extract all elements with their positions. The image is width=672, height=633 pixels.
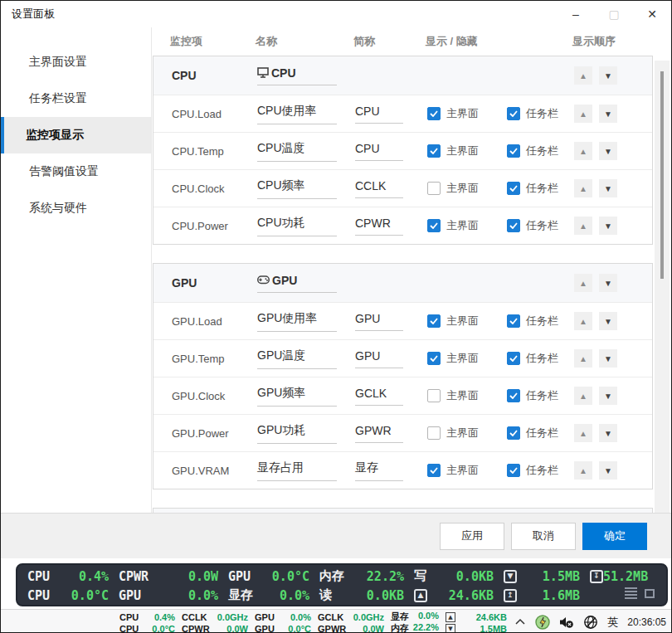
move-up-button[interactable]: ▲: [574, 349, 592, 368]
group-name-input[interactable]: GPU: [257, 274, 337, 293]
network-globe-disconnected-icon[interactable]: [583, 615, 598, 630]
close-button[interactable]: ✕: [633, 1, 671, 27]
abbr-input[interactable]: CPU: [355, 142, 403, 161]
abbr-input[interactable]: CPWR: [355, 217, 403, 236]
ime-indicator[interactable]: 英: [607, 615, 618, 630]
move-up-button[interactable]: ▲: [574, 424, 592, 442]
move-up-button[interactable]: ▲: [574, 387, 592, 405]
download-boxed-icon: ↧: [590, 570, 603, 583]
monitor-bar-row-2: CPU0.0°C GPU0.0% 显存0.0% 读0.0KB ▲24.6KB ↥…: [27, 586, 658, 605]
gpu-section: GPU GPU ▲ ▼ GPU.Load GPU使用率 GPU 主界面 任务栏 …: [153, 263, 653, 489]
move-down-button[interactable]: ▼: [599, 66, 617, 85]
window-controls: – ▢ ✕: [557, 1, 671, 27]
sidebar-item-main-ui[interactable]: 主界面设置: [1, 44, 151, 80]
main-ui-checkbox[interactable]: [427, 144, 441, 158]
main-ui-checkbox[interactable]: [427, 389, 441, 402]
main-ui-checkbox[interactable]: [427, 107, 441, 120]
main-ui-checkbox[interactable]: [427, 182, 441, 195]
header-name: 名称: [256, 34, 353, 49]
table-row-cpu-load: CPU.Load CPU使用率 CPU 主界面 任务栏 ▲▼: [153, 95, 652, 132]
abbr-input[interactable]: GPU: [355, 312, 403, 331]
down-arrow-boxed-icon: ▼: [504, 570, 517, 583]
name-input[interactable]: 显存占用: [257, 460, 337, 481]
sidebar-item-monitor-items[interactable]: 监控项显示: [1, 117, 151, 153]
scrollbar-thumb[interactable]: [660, 71, 664, 279]
clock[interactable]: 20:36:05: [627, 616, 666, 628]
move-up-button[interactable]: ▲: [574, 217, 592, 235]
group-name-input[interactable]: CPU: [257, 66, 337, 85]
abbr-input[interactable]: GPWR: [355, 424, 403, 443]
abbr-input[interactable]: 显存: [355, 460, 403, 481]
scrollbar[interactable]: [655, 61, 670, 513]
floating-monitor-bar[interactable]: CPU0.4% CPWR0.0W GPU0.0°C 内存22.2% 写0.0KB…: [16, 563, 668, 606]
name-input[interactable]: CPU温度: [257, 141, 337, 162]
table-row-gpu-power: GPU.Power GPU功耗 GPWR 主界面 任务栏 ▲▼: [153, 414, 652, 451]
monitor-bar-row-1: CPU0.4% CPWR0.0W GPU0.0°C 内存22.2% 写0.0KB…: [27, 567, 658, 586]
move-up-button[interactable]: ▲: [574, 312, 592, 330]
screen: 设置面板 – ▢ ✕ 主界面设置 任务栏设置 监控项显示 告警阈值设置 系统与硬…: [0, 0, 672, 633]
move-down-button[interactable]: ▼: [599, 142, 617, 160]
name-input[interactable]: GPU使用率: [257, 311, 337, 332]
sidebar-item-taskbar[interactable]: 任务栏设置: [1, 80, 151, 117]
chevron-up-icon[interactable]: [514, 618, 526, 626]
main-ui-checkbox[interactable]: [427, 426, 441, 440]
group-id: CPU: [153, 69, 257, 82]
header-show-hide: 显示 / 隐藏: [426, 34, 572, 49]
layout-icon[interactable]: [645, 589, 655, 598]
name-input[interactable]: GPU功耗: [257, 423, 337, 444]
move-up-button[interactable]: ▲: [574, 66, 592, 85]
dialog-body: 主界面设置 任务栏设置 监控项显示 告警阈值设置 系统与硬件 监控项 名称 简称…: [1, 27, 671, 513]
volume-muted-icon[interactable]: [559, 616, 574, 629]
taskbar-checkbox[interactable]: [507, 144, 520, 158]
name-input[interactable]: CPU使用率: [257, 104, 337, 124]
taskbar-checkbox[interactable]: [507, 464, 520, 477]
menu-icon[interactable]: [625, 587, 637, 599]
main-ui-checkbox[interactable]: [427, 352, 441, 365]
sidebar-item-system-hardware[interactable]: 系统与硬件: [1, 190, 151, 226]
abbr-input[interactable]: CPU: [355, 105, 403, 124]
main-ui-checkbox[interactable]: [427, 464, 441, 477]
name-input[interactable]: CPU频率: [257, 178, 337, 199]
name-input[interactable]: GPU频率: [257, 386, 337, 407]
name-input[interactable]: GPU温度: [257, 348, 337, 369]
move-up-button[interactable]: ▲: [574, 105, 592, 123]
main-ui-checkbox[interactable]: [427, 219, 441, 232]
move-down-button[interactable]: ▼: [599, 387, 617, 405]
move-down-button[interactable]: ▼: [599, 105, 617, 123]
minimize-button[interactable]: –: [557, 1, 595, 27]
taskbar-checkbox[interactable]: [507, 389, 520, 402]
table-row-cpu-temp: CPU.Temp CPU温度 CPU 主界面 任务栏 ▲▼: [153, 132, 652, 169]
ok-button[interactable]: 确定: [582, 523, 647, 550]
move-up-button[interactable]: ▲: [574, 274, 592, 292]
monitor-app-tray-icon[interactable]: [535, 615, 550, 630]
order-arrows: ▲ ▼: [574, 66, 652, 85]
move-down-button[interactable]: ▼: [599, 217, 617, 235]
taskbar-checkbox[interactable]: [507, 182, 520, 195]
abbr-input[interactable]: GCLK: [355, 387, 403, 406]
taskbar-checkbox[interactable]: [507, 426, 520, 440]
move-up-button[interactable]: ▲: [574, 142, 592, 160]
move-down-button[interactable]: ▼: [599, 349, 617, 368]
move-up-button[interactable]: ▲: [574, 461, 592, 480]
taskbar-checkbox[interactable]: [507, 107, 520, 120]
taskbar-monitor-widget[interactable]: CPU0.4% CCLK0.0GHz GPU0.0% GCLK0.0GHz 显存…: [119, 611, 514, 633]
move-down-button[interactable]: ▼: [599, 461, 617, 480]
abbr-input[interactable]: CCLK: [355, 179, 403, 198]
main-ui-checkbox[interactable]: [427, 314, 441, 328]
taskbar-checkbox[interactable]: [507, 314, 520, 328]
move-down-button[interactable]: ▼: [599, 312, 617, 330]
titlebar: 设置面板 – ▢ ✕: [1, 1, 671, 27]
monitor-items-panel: 监控项 名称 简称 显示 / 隐藏 显示顺序 CPU CPU ▲ ▼: [152, 27, 671, 513]
name-input[interactable]: CPU功耗: [257, 216, 337, 236]
gamepad-icon: [257, 275, 270, 285]
taskbar-checkbox[interactable]: [507, 352, 520, 365]
move-down-button[interactable]: ▼: [599, 424, 617, 442]
sidebar-item-alert-threshold[interactable]: 告警阈值设置: [1, 153, 151, 190]
move-up-button[interactable]: ▲: [574, 179, 592, 197]
move-down-button[interactable]: ▼: [599, 179, 617, 197]
move-down-button[interactable]: ▼: [599, 274, 617, 292]
cancel-button[interactable]: 取消: [511, 523, 576, 550]
taskbar-checkbox[interactable]: [507, 219, 520, 232]
apply-button[interactable]: 应用: [440, 523, 504, 550]
abbr-input[interactable]: GPU: [355, 349, 403, 368]
